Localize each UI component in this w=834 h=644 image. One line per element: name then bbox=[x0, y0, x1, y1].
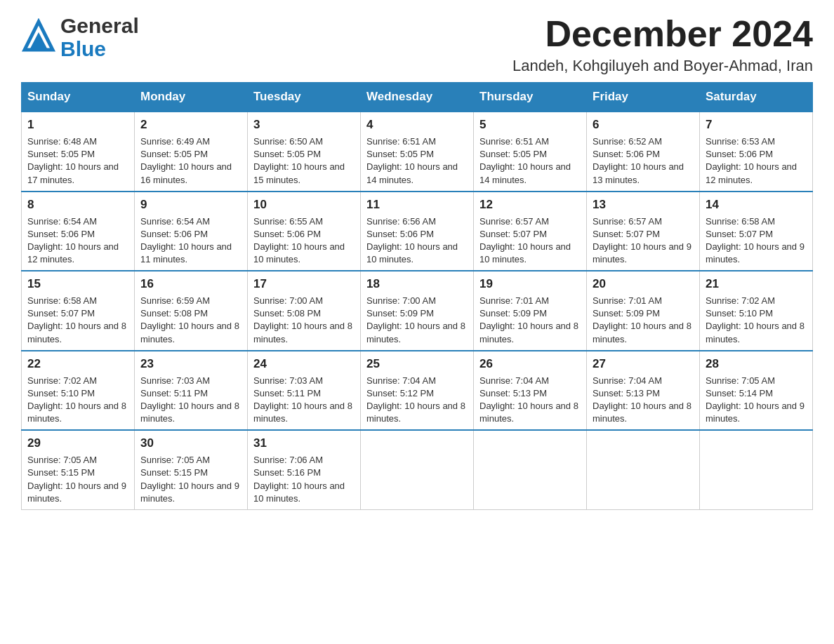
day-cell-11: 11Sunrise: 6:56 AMSunset: 5:06 PMDayligh… bbox=[361, 192, 474, 271]
location-title: Landeh, Kohgiluyeh and Boyer-Ahmad, Iran bbox=[512, 57, 813, 75]
day-cell-9: 9Sunrise: 6:54 AMSunset: 5:06 PMDaylight… bbox=[135, 192, 248, 271]
header-monday: Monday bbox=[135, 83, 248, 112]
day-cell-14: 14Sunrise: 6:58 AMSunset: 5:07 PMDayligh… bbox=[700, 192, 813, 271]
header-saturday: Saturday bbox=[700, 83, 813, 112]
day-number: 26 bbox=[479, 356, 581, 373]
logo-icon bbox=[21, 18, 56, 56]
day-number: 30 bbox=[140, 435, 241, 452]
week-row-5: 29Sunrise: 7:05 AMSunset: 5:15 PMDayligh… bbox=[22, 430, 813, 509]
day-number: 15 bbox=[27, 276, 128, 293]
calendar-table: SundayMondayTuesdayWednesdayThursdayFrid… bbox=[21, 82, 813, 510]
day-cell-30: 30Sunrise: 7:05 AMSunset: 5:15 PMDayligh… bbox=[135, 430, 248, 509]
week-row-1: 1Sunrise: 6:48 AMSunset: 5:05 PMDaylight… bbox=[22, 112, 813, 192]
header-thursday: Thursday bbox=[474, 83, 587, 112]
day-cell-12: 12Sunrise: 6:57 AMSunset: 5:07 PMDayligh… bbox=[474, 192, 587, 271]
page-header: General Blue December 2024 Landeh, Kohgi… bbox=[21, 14, 813, 75]
empty-cell-w4-4 bbox=[474, 430, 587, 509]
week-row-3: 15Sunrise: 6:58 AMSunset: 5:07 PMDayligh… bbox=[22, 271, 813, 351]
day-number: 10 bbox=[253, 196, 355, 213]
day-cell-4: 4Sunrise: 6:51 AMSunset: 5:05 PMDaylight… bbox=[361, 112, 474, 192]
empty-cell-w4-6 bbox=[700, 430, 813, 509]
header-friday: Friday bbox=[587, 83, 700, 112]
day-number: 3 bbox=[253, 116, 355, 133]
day-cell-5: 5Sunrise: 6:51 AMSunset: 5:05 PMDaylight… bbox=[474, 112, 587, 192]
day-number: 21 bbox=[706, 276, 807, 293]
day-number: 2 bbox=[140, 116, 241, 133]
day-cell-20: 20Sunrise: 7:01 AMSunset: 5:09 PMDayligh… bbox=[587, 271, 700, 351]
day-cell-8: 8Sunrise: 6:54 AMSunset: 5:06 PMDaylight… bbox=[22, 192, 135, 271]
day-cell-18: 18Sunrise: 7:00 AMSunset: 5:09 PMDayligh… bbox=[361, 271, 474, 351]
day-number: 9 bbox=[140, 196, 241, 213]
day-number: 8 bbox=[27, 196, 128, 213]
logo-blue-text: Blue bbox=[60, 37, 139, 60]
day-number: 27 bbox=[593, 356, 694, 373]
day-number: 31 bbox=[253, 435, 355, 452]
week-row-2: 8Sunrise: 6:54 AMSunset: 5:06 PMDaylight… bbox=[22, 192, 813, 271]
day-number: 7 bbox=[706, 116, 807, 133]
empty-cell-w4-3 bbox=[361, 430, 474, 509]
day-number: 28 bbox=[706, 356, 807, 373]
day-number: 19 bbox=[479, 276, 581, 293]
day-cell-27: 27Sunrise: 7:04 AMSunset: 5:13 PMDayligh… bbox=[587, 351, 700, 431]
title-section: December 2024 Landeh, Kohgiluyeh and Boy… bbox=[512, 14, 813, 75]
day-number: 17 bbox=[253, 276, 355, 293]
weekday-header-row: SundayMondayTuesdayWednesdayThursdayFrid… bbox=[22, 83, 813, 112]
day-number: 4 bbox=[366, 116, 468, 133]
day-cell-17: 17Sunrise: 7:00 AMSunset: 5:08 PMDayligh… bbox=[248, 271, 361, 351]
day-number: 20 bbox=[593, 276, 694, 293]
day-cell-16: 16Sunrise: 6:59 AMSunset: 5:08 PMDayligh… bbox=[135, 271, 248, 351]
day-cell-24: 24Sunrise: 7:03 AMSunset: 5:11 PMDayligh… bbox=[248, 351, 361, 431]
day-number: 11 bbox=[366, 196, 468, 213]
day-number: 12 bbox=[479, 196, 581, 213]
day-cell-10: 10Sunrise: 6:55 AMSunset: 5:06 PMDayligh… bbox=[248, 192, 361, 271]
day-number: 14 bbox=[706, 196, 807, 213]
empty-cell-w4-5 bbox=[587, 430, 700, 509]
day-cell-23: 23Sunrise: 7:03 AMSunset: 5:11 PMDayligh… bbox=[135, 351, 248, 431]
header-tuesday: Tuesday bbox=[248, 83, 361, 112]
day-cell-28: 28Sunrise: 7:05 AMSunset: 5:14 PMDayligh… bbox=[700, 351, 813, 431]
day-cell-21: 21Sunrise: 7:02 AMSunset: 5:10 PMDayligh… bbox=[700, 271, 813, 351]
day-number: 6 bbox=[593, 116, 694, 133]
day-cell-25: 25Sunrise: 7:04 AMSunset: 5:12 PMDayligh… bbox=[361, 351, 474, 431]
day-number: 1 bbox=[27, 116, 128, 133]
day-number: 23 bbox=[140, 356, 241, 373]
day-cell-15: 15Sunrise: 6:58 AMSunset: 5:07 PMDayligh… bbox=[22, 271, 135, 351]
day-cell-1: 1Sunrise: 6:48 AMSunset: 5:05 PMDaylight… bbox=[22, 112, 135, 192]
header-sunday: Sunday bbox=[22, 83, 135, 112]
day-number: 13 bbox=[593, 196, 694, 213]
day-number: 18 bbox=[366, 276, 468, 293]
day-cell-26: 26Sunrise: 7:04 AMSunset: 5:13 PMDayligh… bbox=[474, 351, 587, 431]
day-cell-3: 3Sunrise: 6:50 AMSunset: 5:05 PMDaylight… bbox=[248, 112, 361, 192]
week-row-4: 22Sunrise: 7:02 AMSunset: 5:10 PMDayligh… bbox=[22, 351, 813, 431]
day-number: 25 bbox=[366, 356, 468, 373]
day-cell-31: 31Sunrise: 7:06 AMSunset: 5:16 PMDayligh… bbox=[248, 430, 361, 509]
day-number: 5 bbox=[479, 116, 581, 133]
day-number: 22 bbox=[27, 356, 128, 373]
day-cell-7: 7Sunrise: 6:53 AMSunset: 5:06 PMDaylight… bbox=[700, 112, 813, 192]
day-cell-19: 19Sunrise: 7:01 AMSunset: 5:09 PMDayligh… bbox=[474, 271, 587, 351]
day-cell-6: 6Sunrise: 6:52 AMSunset: 5:06 PMDaylight… bbox=[587, 112, 700, 192]
logo: General Blue bbox=[21, 14, 139, 60]
logo-text: General Blue bbox=[60, 14, 139, 60]
day-cell-29: 29Sunrise: 7:05 AMSunset: 5:15 PMDayligh… bbox=[22, 430, 135, 509]
header-wednesday: Wednesday bbox=[361, 83, 474, 112]
day-cell-22: 22Sunrise: 7:02 AMSunset: 5:10 PMDayligh… bbox=[22, 351, 135, 431]
day-number: 29 bbox=[27, 435, 128, 452]
day-cell-13: 13Sunrise: 6:57 AMSunset: 5:07 PMDayligh… bbox=[587, 192, 700, 271]
day-cell-2: 2Sunrise: 6:49 AMSunset: 5:05 PMDaylight… bbox=[135, 112, 248, 192]
logo-general-text: General bbox=[60, 14, 139, 37]
day-number: 16 bbox=[140, 276, 241, 293]
day-number: 24 bbox=[253, 356, 355, 373]
month-title: December 2024 bbox=[512, 14, 813, 54]
